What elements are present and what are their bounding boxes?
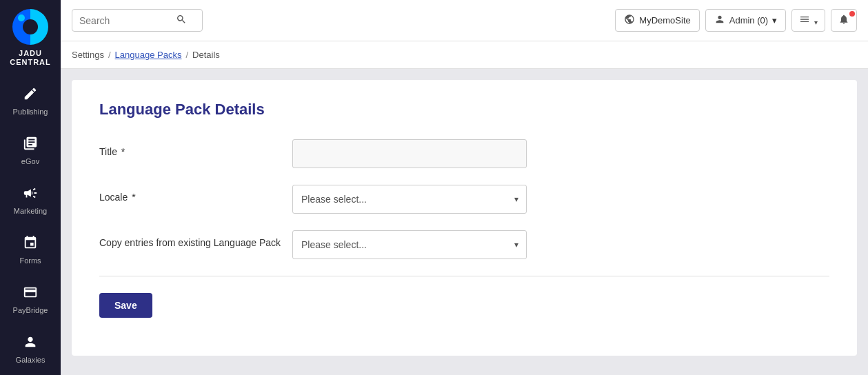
breadcrumb: Settings / Language Packs / Details [61, 41, 868, 69]
sidebar-item-publishing[interactable]: Publishing [0, 76, 61, 125]
notification-badge [849, 11, 855, 17]
breadcrumb-settings: Settings [72, 50, 104, 60]
admin-chevron-icon: ▾ [772, 15, 777, 26]
title-input[interactable] [292, 139, 527, 168]
breadcrumb-details: Details [192, 50, 220, 60]
admin-icon [714, 14, 725, 27]
sidebar-item-label-forms: Forms [19, 256, 41, 265]
logo-text: JADUCENTRAL [10, 49, 51, 67]
paybridge-icon [23, 285, 38, 303]
site-name: MyDemoSite [639, 15, 690, 26]
menu-chevron-icon: ▾ [814, 19, 818, 26]
title-control [292, 139, 527, 168]
topbar: MyDemoSite Admin (0) ▾ ▾ [61, 0, 868, 41]
page-title: Language Pack Details [99, 101, 829, 119]
marketing-icon [23, 185, 38, 204]
topbar-right: MyDemoSite Admin (0) ▾ ▾ [615, 9, 857, 32]
sidebar-item-label-egov: eGov [21, 157, 39, 165]
sidebar: JADUCENTRAL Publishing eGov Marketing Fo… [0, 0, 61, 375]
copy-label: Copy entries from existing Language Pack [99, 230, 292, 248]
locale-control: Please select... ▾ [292, 185, 527, 214]
copy-select[interactable]: Please select... [292, 230, 527, 259]
save-button[interactable]: Save [99, 293, 152, 318]
notifications-button[interactable] [831, 9, 857, 32]
admin-button[interactable]: Admin (0) ▾ [705, 9, 786, 32]
search-input[interactable] [79, 15, 176, 26]
sidebar-item-paybridge[interactable]: PayBridge [0, 274, 61, 324]
sidebar-item-forms[interactable]: Forms [0, 225, 61, 274]
menu-icon [799, 16, 813, 27]
locale-required: * [132, 192, 135, 203]
galaxies-icon [23, 334, 38, 353]
title-required: * [121, 146, 125, 157]
sidebar-item-label-galaxies: Galaxies [16, 356, 46, 364]
title-label: Title * [99, 139, 292, 157]
site-button[interactable]: MyDemoSite [615, 9, 699, 32]
copy-control: Please select... ▾ [292, 230, 527, 259]
form-row-locale: Locale * Please select... ▾ [99, 185, 829, 214]
menu-button[interactable]: ▾ [791, 9, 825, 32]
sidebar-item-label-publishing: Publishing [13, 108, 48, 116]
publishing-icon [23, 86, 38, 105]
locale-label: Locale * [99, 185, 292, 203]
form-row-copy: Copy entries from existing Language Pack… [99, 230, 829, 259]
sidebar-item-label-paybridge: PayBridge [13, 306, 48, 314]
sidebar-item-galaxies[interactable]: Galaxies [0, 324, 61, 374]
sidebar-item-label-marketing: Marketing [14, 207, 47, 215]
form-row-title: Title * [99, 139, 829, 168]
forms-icon [23, 235, 38, 254]
content-area: Language Pack Details Title * Locale * [61, 69, 868, 375]
logo-icon [12, 9, 48, 45]
locale-select-wrapper: Please select... ▾ [292, 185, 527, 214]
admin-label: Admin (0) [729, 15, 768, 26]
breadcrumb-sep-1: / [108, 50, 111, 60]
copy-select-wrapper: Please select... ▾ [292, 230, 527, 259]
search-box[interactable] [72, 9, 203, 32]
logo: JADUCENTRAL [0, 0, 61, 76]
sidebar-item-marketing[interactable]: Marketing [0, 175, 61, 225]
form-divider [99, 276, 829, 276]
main-content: MyDemoSite Admin (0) ▾ ▾ [61, 0, 868, 375]
locale-select[interactable]: Please select... [292, 185, 527, 214]
site-icon [624, 14, 635, 27]
search-icon [176, 14, 187, 27]
bell-icon [838, 16, 849, 27]
breadcrumb-sep-2: / [185, 50, 188, 60]
egov-icon [23, 136, 38, 154]
sidebar-item-egov[interactable]: eGov [0, 125, 61, 175]
card: Language Pack Details Title * Locale * [72, 80, 857, 356]
breadcrumb-language-packs[interactable]: Language Packs [115, 50, 182, 60]
